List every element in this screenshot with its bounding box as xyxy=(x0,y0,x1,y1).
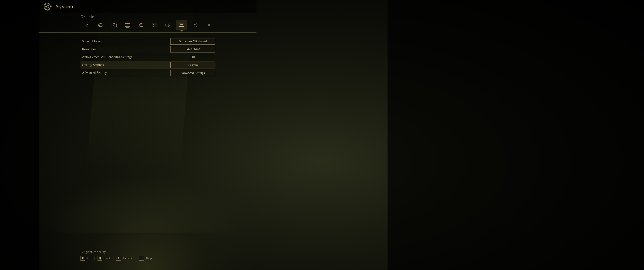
hint-sep-3: | xyxy=(136,256,136,260)
page-title: System xyxy=(56,4,74,10)
tab-keyboard[interactable]: Z xyxy=(82,20,93,30)
svg-point-5 xyxy=(102,25,102,26)
setting-row-resolution: Resolution 3440x1440 xyxy=(80,45,215,53)
hint-key-f: F xyxy=(116,256,121,261)
tab-sound[interactable] xyxy=(162,20,174,30)
svg-point-15 xyxy=(194,24,196,26)
tab-graphics[interactable] xyxy=(176,20,187,30)
svg-point-12 xyxy=(153,24,154,25)
svg-rect-1 xyxy=(98,24,103,27)
gear-icon xyxy=(44,3,52,11)
auto-detect-label: Auto-Detect Best Rendering Settings xyxy=(80,55,170,59)
hint-label-ok: :OK xyxy=(86,256,92,260)
svg-rect-13 xyxy=(166,24,168,26)
svg-point-7 xyxy=(114,25,115,27)
hint-key-g: G xyxy=(139,256,144,261)
setting-row-advanced: Advanced Settings Advanced Settings xyxy=(80,69,215,77)
advanced-settings-label: Advanced Settings xyxy=(80,71,170,75)
settings-table: Screen Mode Borderless Windowed Resoluti… xyxy=(80,38,215,77)
quality-settings-label: Quality Settings xyxy=(80,63,170,67)
hud-icon xyxy=(125,23,131,28)
svg-rect-8 xyxy=(125,24,130,27)
setting-row-quality: Quality Settings Custom xyxy=(80,61,215,69)
advanced-settings-value[interactable]: Advanced Settings xyxy=(170,70,215,76)
tab-hud[interactable] xyxy=(122,20,133,30)
tab-camera[interactable] xyxy=(108,20,120,30)
bottom-hints: Set graphics quality E :OK | Q :Back | F… xyxy=(80,250,152,261)
hint-sep-1: | xyxy=(94,256,95,260)
screen-mode-value[interactable]: Borderless Windowed xyxy=(170,38,215,45)
title-bar: System xyxy=(39,0,256,13)
tab-bar: Z xyxy=(39,18,256,33)
resolution-value[interactable]: 3440x1440 xyxy=(170,46,215,53)
network-icon xyxy=(152,23,158,28)
tab-language[interactable] xyxy=(136,20,147,30)
keyboard-icon: Z xyxy=(86,23,88,27)
resolution-label: Resolution xyxy=(80,47,170,51)
brightness-icon xyxy=(192,23,198,28)
right-panel xyxy=(388,0,644,270)
setting-row-auto-detect: Auto-Detect Best Rendering Settings Off xyxy=(80,53,215,61)
tab-brightness[interactable] xyxy=(190,20,201,30)
hint-sep-2: | xyxy=(113,256,114,260)
screen-mode-label: Screen Mode xyxy=(80,39,170,43)
left-panel xyxy=(0,0,39,270)
title-icon xyxy=(43,2,52,11)
graphics-monitor-icon xyxy=(178,23,184,28)
controller-icon xyxy=(98,23,104,28)
language-icon xyxy=(138,23,144,28)
svg-rect-3 xyxy=(99,25,100,26)
sound-icon xyxy=(165,23,171,28)
tab-controller[interactable] xyxy=(95,20,106,30)
hint-label-help: :Help xyxy=(145,256,152,260)
auto-detect-value[interactable]: Off xyxy=(170,54,215,60)
hint-label-defaults: :Defaults xyxy=(122,256,133,260)
close-icon: ✕ xyxy=(207,23,210,27)
hint-key-q: Q xyxy=(98,256,102,261)
svg-point-0 xyxy=(46,5,49,8)
hint-label-back: :Back xyxy=(104,256,110,260)
svg-point-4 xyxy=(102,25,102,25)
quality-settings-value[interactable]: Custom xyxy=(170,62,215,68)
camera-icon xyxy=(111,23,117,28)
svg-rect-14 xyxy=(179,23,184,27)
tab-network[interactable] xyxy=(149,20,160,30)
setting-row-screen-mode: Screen Mode Borderless Windowed xyxy=(80,38,215,45)
tab-close[interactable]: ✕ xyxy=(203,20,214,30)
hint-row: E :OK | Q :Back | F :Defaults | G :Help xyxy=(80,256,152,261)
hint-title: Set graphics quality xyxy=(80,250,152,254)
hint-key-e: E xyxy=(80,256,85,261)
